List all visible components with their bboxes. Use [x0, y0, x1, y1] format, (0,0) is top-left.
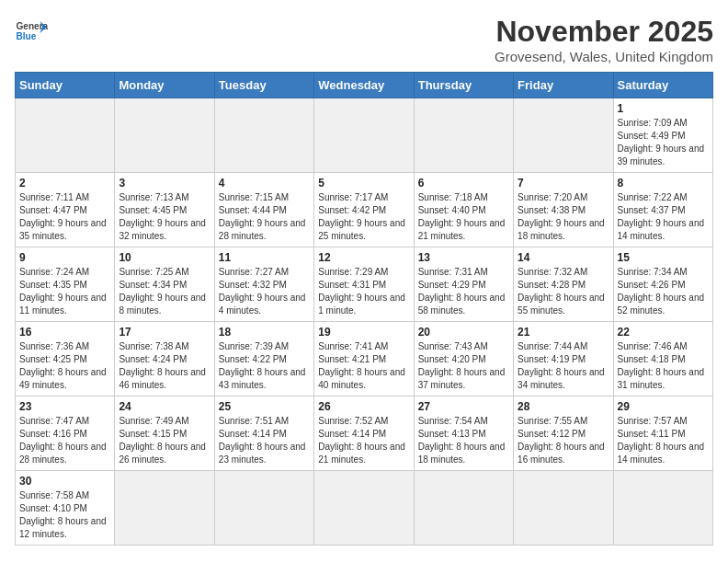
- weekday-header-saturday: Saturday: [613, 73, 712, 98]
- calendar-week-6: 30Sunrise: 7:58 AMSunset: 4:10 PMDayligh…: [16, 471, 713, 546]
- calendar-cell: [414, 471, 513, 546]
- calendar-cell: 17Sunrise: 7:38 AMSunset: 4:24 PMDayligh…: [115, 322, 214, 396]
- day-info: Sunrise: 7:20 AMSunset: 4:38 PMDaylight:…: [518, 191, 609, 243]
- calendar-week-2: 2Sunrise: 7:11 AMSunset: 4:47 PMDaylight…: [16, 173, 713, 247]
- calendar-cell: [314, 471, 414, 546]
- calendar-cell: 2Sunrise: 7:11 AMSunset: 4:47 PMDaylight…: [16, 173, 115, 247]
- calendar-cell: 13Sunrise: 7:31 AMSunset: 4:29 PMDayligh…: [414, 247, 513, 322]
- day-info: Sunrise: 7:41 AMSunset: 4:21 PMDaylight:…: [318, 340, 409, 392]
- day-number: 9: [19, 251, 110, 264]
- calendar-week-3: 9Sunrise: 7:24 AMSunset: 4:35 PMDaylight…: [16, 247, 713, 322]
- day-info: Sunrise: 7:09 AMSunset: 4:49 PMDaylight:…: [618, 117, 709, 168]
- calendar-week-4: 16Sunrise: 7:36 AMSunset: 4:25 PMDayligh…: [16, 322, 713, 396]
- calendar-week-5: 23Sunrise: 7:47 AMSunset: 4:16 PMDayligh…: [16, 396, 713, 471]
- day-info: Sunrise: 7:58 AMSunset: 4:10 PMDaylight:…: [19, 489, 110, 541]
- day-number: 26: [318, 400, 409, 413]
- calendar-subtitle: Grovesend, Wales, United Kingdom: [495, 49, 713, 64]
- calendar-cell: 30Sunrise: 7:58 AMSunset: 4:10 PMDayligh…: [16, 471, 115, 546]
- calendar-title: November 2025: [495, 15, 713, 49]
- calendar-cell: [16, 98, 115, 173]
- day-info: Sunrise: 7:55 AMSunset: 4:12 PMDaylight:…: [518, 415, 609, 466]
- day-info: Sunrise: 7:11 AMSunset: 4:47 PMDaylight:…: [19, 191, 110, 243]
- day-number: 16: [19, 326, 110, 339]
- day-number: 7: [518, 177, 609, 190]
- calendar-cell: 1Sunrise: 7:09 AMSunset: 4:49 PMDaylight…: [613, 98, 712, 173]
- calendar-cell: 10Sunrise: 7:25 AMSunset: 4:34 PMDayligh…: [115, 247, 214, 322]
- calendar-cell: 15Sunrise: 7:34 AMSunset: 4:26 PMDayligh…: [613, 247, 712, 322]
- day-info: Sunrise: 7:38 AMSunset: 4:24 PMDaylight:…: [119, 340, 210, 392]
- day-number: 11: [219, 251, 310, 264]
- calendar-cell: 28Sunrise: 7:55 AMSunset: 4:12 PMDayligh…: [514, 396, 613, 471]
- day-info: Sunrise: 7:17 AMSunset: 4:42 PMDaylight:…: [318, 191, 409, 243]
- day-info: Sunrise: 7:34 AMSunset: 4:26 PMDaylight:…: [618, 266, 709, 317]
- day-info: Sunrise: 7:18 AMSunset: 4:40 PMDaylight:…: [418, 191, 509, 243]
- day-info: Sunrise: 7:24 AMSunset: 4:35 PMDaylight:…: [19, 266, 110, 317]
- weekday-header-friday: Friday: [514, 73, 613, 98]
- calendar-cell: 11Sunrise: 7:27 AMSunset: 4:32 PMDayligh…: [214, 247, 313, 322]
- calendar-table: SundayMondayTuesdayWednesdayThursdayFrid…: [15, 72, 713, 546]
- calendar-cell: 14Sunrise: 7:32 AMSunset: 4:28 PMDayligh…: [514, 247, 613, 322]
- day-number: 23: [19, 400, 110, 413]
- day-info: Sunrise: 7:27 AMSunset: 4:32 PMDaylight:…: [219, 266, 310, 317]
- day-number: 10: [119, 251, 210, 264]
- calendar-cell: 4Sunrise: 7:15 AMSunset: 4:44 PMDaylight…: [214, 173, 313, 247]
- calendar-cell: 26Sunrise: 7:52 AMSunset: 4:14 PMDayligh…: [314, 396, 414, 471]
- day-number: 22: [618, 326, 709, 339]
- weekday-header-thursday: Thursday: [414, 73, 513, 98]
- calendar-cell: 29Sunrise: 7:57 AMSunset: 4:11 PMDayligh…: [613, 396, 712, 471]
- calendar-cell: 23Sunrise: 7:47 AMSunset: 4:16 PMDayligh…: [16, 396, 115, 471]
- calendar-cell: 22Sunrise: 7:46 AMSunset: 4:18 PMDayligh…: [613, 322, 712, 396]
- day-number: 12: [318, 251, 409, 264]
- day-number: 30: [19, 475, 110, 488]
- day-number: 5: [318, 177, 409, 190]
- calendar-cell: [115, 98, 214, 173]
- calendar-cell: 3Sunrise: 7:13 AMSunset: 4:45 PMDaylight…: [115, 173, 214, 247]
- calendar-cell: 18Sunrise: 7:39 AMSunset: 4:22 PMDayligh…: [214, 322, 313, 396]
- calendar-cell: [314, 98, 414, 173]
- title-section: November 2025 Grovesend, Wales, United K…: [495, 15, 713, 64]
- weekday-header-tuesday: Tuesday: [214, 73, 313, 98]
- day-info: Sunrise: 7:31 AMSunset: 4:29 PMDaylight:…: [418, 266, 509, 317]
- generalblue-logo-icon: General Blue: [15, 15, 48, 48]
- day-number: 13: [418, 251, 509, 264]
- day-info: Sunrise: 7:47 AMSunset: 4:16 PMDaylight:…: [19, 415, 110, 466]
- calendar-header: SundayMondayTuesdayWednesdayThursdayFrid…: [16, 73, 713, 98]
- day-info: Sunrise: 7:52 AMSunset: 4:14 PMDaylight:…: [318, 415, 409, 466]
- weekday-header-monday: Monday: [115, 73, 214, 98]
- day-number: 1: [618, 102, 709, 115]
- day-number: 3: [119, 177, 210, 190]
- calendar-cell: 7Sunrise: 7:20 AMSunset: 4:38 PMDaylight…: [514, 173, 613, 247]
- calendar-week-1: 1Sunrise: 7:09 AMSunset: 4:49 PMDaylight…: [16, 98, 713, 173]
- weekday-header-wednesday: Wednesday: [314, 73, 414, 98]
- day-info: Sunrise: 7:44 AMSunset: 4:19 PMDaylight:…: [518, 340, 609, 392]
- day-info: Sunrise: 7:25 AMSunset: 4:34 PMDaylight:…: [119, 266, 210, 317]
- day-info: Sunrise: 7:15 AMSunset: 4:44 PMDaylight:…: [219, 191, 310, 243]
- day-info: Sunrise: 7:54 AMSunset: 4:13 PMDaylight:…: [418, 415, 509, 466]
- calendar-cell: [514, 471, 613, 546]
- weekday-header-sunday: Sunday: [16, 73, 115, 98]
- calendar-cell: 16Sunrise: 7:36 AMSunset: 4:25 PMDayligh…: [16, 322, 115, 396]
- day-info: Sunrise: 7:22 AMSunset: 4:37 PMDaylight:…: [618, 191, 709, 243]
- calendar-cell: 6Sunrise: 7:18 AMSunset: 4:40 PMDaylight…: [414, 173, 513, 247]
- calendar-cell: [115, 471, 214, 546]
- weekday-header-row: SundayMondayTuesdayWednesdayThursdayFrid…: [16, 73, 713, 98]
- calendar-body: 1Sunrise: 7:09 AMSunset: 4:49 PMDaylight…: [16, 98, 713, 546]
- day-number: 2: [19, 177, 110, 190]
- day-number: 6: [418, 177, 509, 190]
- day-number: 15: [618, 251, 709, 264]
- day-number: 20: [418, 326, 509, 339]
- calendar-cell: 21Sunrise: 7:44 AMSunset: 4:19 PMDayligh…: [514, 322, 613, 396]
- calendar-cell: 20Sunrise: 7:43 AMSunset: 4:20 PMDayligh…: [414, 322, 513, 396]
- calendar-cell: [613, 471, 712, 546]
- calendar-cell: [214, 471, 313, 546]
- day-info: Sunrise: 7:51 AMSunset: 4:14 PMDaylight:…: [219, 415, 310, 466]
- day-number: 24: [119, 400, 210, 413]
- day-info: Sunrise: 7:36 AMSunset: 4:25 PMDaylight:…: [19, 340, 110, 392]
- day-number: 25: [219, 400, 310, 413]
- logo: General Blue: [15, 15, 48, 48]
- day-info: Sunrise: 7:57 AMSunset: 4:11 PMDaylight:…: [618, 415, 709, 466]
- page-header: General Blue November 2025 Grovesend, Wa…: [15, 15, 713, 64]
- day-info: Sunrise: 7:13 AMSunset: 4:45 PMDaylight:…: [119, 191, 210, 243]
- calendar-cell: 25Sunrise: 7:51 AMSunset: 4:14 PMDayligh…: [214, 396, 313, 471]
- day-number: 17: [119, 326, 210, 339]
